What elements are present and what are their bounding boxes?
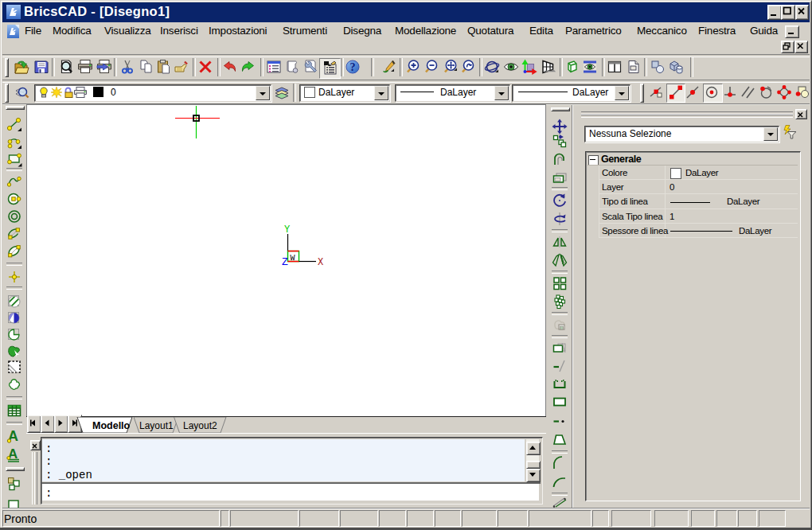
svg-text:?: ? bbox=[350, 61, 356, 73]
svg-text:W: W bbox=[291, 254, 295, 263]
svg-text:Layout2: Layout2 bbox=[183, 420, 217, 431]
svg-text:Modello: Modello bbox=[92, 420, 131, 431]
svg-text:Y: Y bbox=[284, 224, 290, 236]
svg-text:X: X bbox=[318, 257, 323, 268]
svg-text:Layout1: Layout1 bbox=[139, 420, 174, 431]
svg-text:Z: Z bbox=[282, 256, 288, 268]
